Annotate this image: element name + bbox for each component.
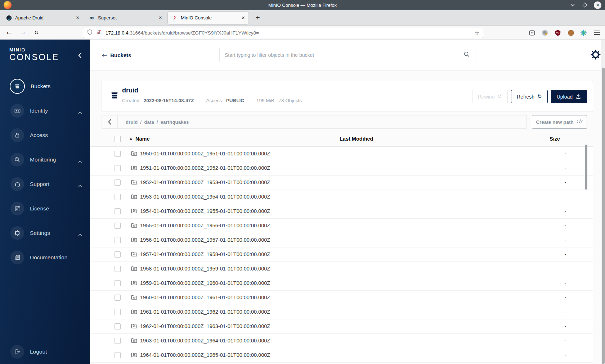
row-checkbox[interactable] [115, 280, 121, 286]
table-row[interactable]: 1959-01-01T00:00:00.000Z_1960-01-01T00:0… [90, 276, 593, 291]
object-name[interactable]: 1959-01-01T00:00:00.000Z_1960-01-01T00:0… [140, 280, 270, 286]
table-row[interactable]: 1961-01-01T00:00:00.000Z_1962-01-01T00:0… [90, 305, 593, 319]
object-name[interactable]: 1960-01-01T00:00:00.000Z_1961-01-01T00:0… [140, 295, 270, 300]
table-row[interactable]: 1964-01-01T00:00:00.000Z_1965-01-01T00:0… [90, 348, 593, 363]
filter-search-box[interactable] [219, 48, 475, 62]
table-row[interactable]: 1953-01-01T00:00:00.000Z_1954-01-01T00:0… [90, 190, 593, 204]
minimize-icon[interactable] [569, 2, 576, 8]
sidebar-item-documentation[interactable]: Documentation [0, 245, 90, 270]
connection-not-secure-icon[interactable] [96, 29, 102, 37]
table-row[interactable]: 1960-01-01T00:00:00.000Z_1961-01-01T00:0… [90, 291, 593, 305]
privacy-badger-icon[interactable] [541, 26, 549, 40]
object-name[interactable]: 1958-01-01T00:00:00.000Z_1959-01-01T00:0… [140, 266, 270, 272]
object-name[interactable]: 1953-01-01T00:00:00.000Z_1954-01-01T00:0… [140, 194, 270, 200]
object-name[interactable]: 1955-01-01T00:00:00.000Z_1956-01-01T00:0… [140, 223, 270, 228]
table-row[interactable]: 1950-01-01T00:00:00.000Z_1951-01-01T00:0… [90, 147, 593, 161]
object-name[interactable]: 1950-01-01T00:00:00.000Z_1951-01-01T00:0… [140, 151, 270, 156]
row-checkbox[interactable] [115, 266, 121, 272]
table-row[interactable]: 1956-01-01T00:00:00.000Z_1957-01-01T00:0… [90, 233, 593, 247]
asterisk-extension-icon[interactable] [579, 26, 588, 40]
chevron-up-icon[interactable] [78, 182, 82, 189]
rewind-button[interactable]: Rewind↺ [472, 90, 508, 103]
column-header-size[interactable]: Size [550, 136, 560, 142]
object-name[interactable]: 1952-01-01T00:00:00.000Z_1953-01-01T00:0… [140, 179, 270, 185]
table-row[interactable]: 1963-01-01T00:00:00.000Z_1964-01-01T00:0… [90, 334, 593, 348]
table-row[interactable]: 1954-01-01T00:00:00.000Z_1955-01-01T00:0… [90, 204, 593, 219]
sidebar-item-identity[interactable]: Identity [0, 99, 90, 123]
row-checkbox[interactable] [115, 338, 121, 344]
row-checkbox[interactable] [115, 309, 121, 315]
create-new-path-button[interactable]: Create new path [532, 115, 587, 129]
sidebar-item-license[interactable]: License [0, 196, 90, 221]
cookie-icon[interactable] [566, 26, 575, 40]
maximize-icon[interactable] [582, 2, 588, 8]
sidebar-item-support[interactable]: Support [0, 172, 90, 196]
object-name[interactable]: 1951-01-01T00:00:00.000Z_1952-01-01T00:0… [140, 165, 270, 171]
object-name[interactable]: 1954-01-01T00:00:00.000Z_1955-01-01T00:0… [140, 208, 270, 214]
table-row[interactable]: 1962-01-01T00:00:00.000Z_1963-01-01T00:0… [90, 319, 593, 334]
column-header-name[interactable]: Name [135, 136, 150, 142]
table-row[interactable]: 1958-01-01T00:00:00.000Z_1959-01-01T00:0… [90, 262, 593, 276]
object-name[interactable]: 1964-01-01T00:00:00.000Z_1965-01-01T00:0… [140, 352, 270, 358]
breadcrumb-segment[interactable]: earthquakes [161, 119, 189, 125]
sort-ascending-icon[interactable]: ▲ [130, 137, 132, 140]
close-tab-icon[interactable]: × [159, 15, 162, 21]
table-scrollbar-thumb[interactable] [585, 145, 587, 190]
settings-gear-icon[interactable] [591, 50, 601, 60]
row-checkbox[interactable] [115, 194, 121, 200]
row-checkbox[interactable] [115, 323, 121, 329]
row-checkbox[interactable] [115, 295, 121, 301]
row-checkbox[interactable] [115, 352, 121, 358]
sidebar-item-logout[interactable]: Logout [0, 340, 90, 364]
tab-apache-druid[interactable]: Apache Druid × [2, 12, 83, 24]
sidebar-item-buckets[interactable]: Buckets [0, 74, 90, 99]
close-tab-icon[interactable]: × [242, 15, 245, 21]
refresh-button[interactable]: Refresh↻ [511, 90, 548, 103]
row-checkbox[interactable] [115, 223, 121, 229]
chevron-up-icon[interactable] [78, 158, 82, 164]
back-icon[interactable]: ← [4, 26, 14, 40]
object-name[interactable]: 1962-01-01T00:00:00.000Z_1963-01-01T00:0… [140, 323, 270, 329]
column-header-last-modified[interactable]: Last Modified [340, 136, 373, 142]
table-row[interactable]: 1952-01-01T00:00:00.000Z_1953-01-01T00:0… [90, 176, 593, 190]
new-tab-button[interactable]: + [253, 14, 263, 22]
url-bar[interactable]: 172.18.0.4:31664/buckets/druid/browse/ZG… [83, 28, 483, 38]
bookmark-star-icon[interactable]: ☆ [475, 30, 479, 36]
page-scrollbar[interactable] [601, 40, 605, 364]
ublock-origin-icon[interactable]: UO [554, 26, 562, 40]
breadcrumb-segment[interactable]: druid [126, 119, 138, 125]
table-row[interactable]: 1955-01-01T00:00:00.000Z_1956-01-01T00:0… [90, 219, 593, 233]
row-checkbox[interactable] [115, 151, 121, 157]
page-scrollbar-thumb[interactable] [602, 68, 605, 364]
chevron-up-icon[interactable] [78, 231, 82, 238]
table-row[interactable]: 1951-01-01T00:00:00.000Z_1952-01-01T00:0… [90, 161, 593, 176]
row-checkbox[interactable] [115, 208, 121, 214]
row-checkbox[interactable] [115, 237, 121, 243]
upload-button[interactable]: Upload [551, 90, 587, 103]
breadcrumb-segment[interactable]: data [144, 119, 154, 125]
sidebar-collapse-icon[interactable] [76, 52, 84, 59]
pocket-icon[interactable] [528, 26, 536, 40]
object-name[interactable]: 1957-01-01T00:00:00.000Z_1958-01-01T00:0… [140, 251, 270, 257]
select-all-checkbox[interactable] [115, 136, 121, 142]
forward-icon[interactable]: → [18, 26, 27, 40]
chevron-up-icon[interactable] [78, 109, 82, 115]
row-checkbox[interactable] [115, 251, 121, 258]
tab-superset[interactable]: ∞ Superset × [85, 12, 166, 24]
back-to-buckets-link[interactable]: ← Buckets [102, 51, 131, 59]
close-window-icon[interactable]: × [594, 1, 601, 9]
reload-icon[interactable]: ↻ [32, 26, 41, 40]
path-back-button[interactable] [102, 115, 118, 128]
object-name[interactable]: 1961-01-01T00:00:00.000Z_1962-01-01T00:0… [140, 309, 270, 315]
object-name[interactable]: 1963-01-01T00:00:00.000Z_1964-01-01T00:0… [140, 338, 270, 343]
shield-icon[interactable] [87, 29, 93, 37]
sidebar-item-monitoring[interactable]: Monitoring [0, 147, 90, 172]
row-checkbox[interactable] [115, 165, 121, 171]
row-checkbox[interactable] [115, 179, 121, 186]
table-row[interactable]: 1957-01-01T00:00:00.000Z_1958-01-01T00:0… [90, 247, 593, 262]
menu-hamburger-icon[interactable] [593, 26, 601, 40]
search-input[interactable] [225, 52, 463, 58]
close-tab-icon[interactable]: × [76, 15, 79, 21]
sidebar-item-settings[interactable]: Settings [0, 221, 90, 245]
sidebar-item-access[interactable]: Access [0, 123, 90, 147]
